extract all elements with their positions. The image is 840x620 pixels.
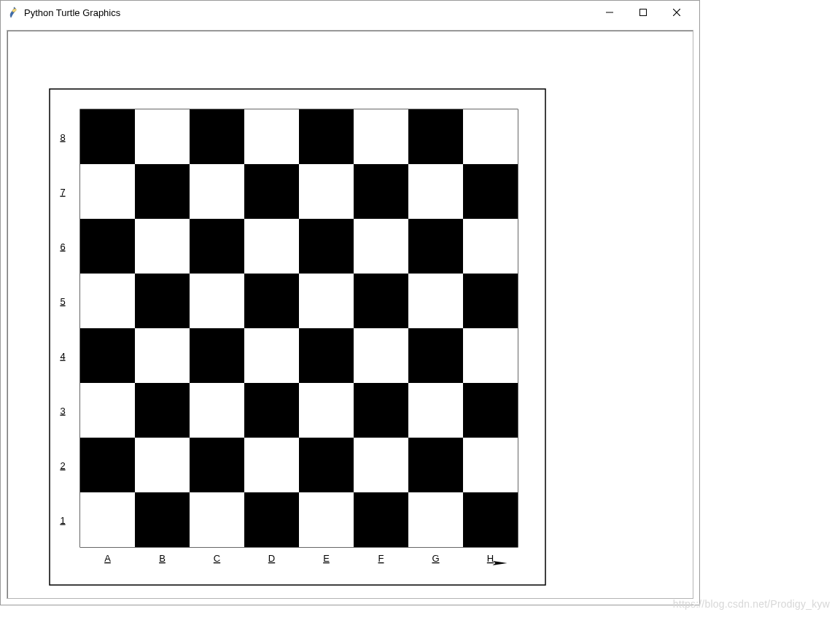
- col-label: E: [323, 553, 330, 564]
- maximize-button[interactable]: [626, 1, 660, 23]
- col-label: A: [104, 553, 111, 564]
- board-square: [463, 492, 518, 547]
- board-square: [244, 164, 299, 219]
- board-square: [408, 164, 463, 219]
- row-label: 5: [60, 296, 65, 307]
- board-square: [244, 109, 299, 164]
- board-square: [299, 492, 354, 547]
- minimize-button[interactable]: [593, 1, 626, 23]
- board-square: [354, 438, 408, 492]
- turtle-canvas: 87654321ABCDEFGH: [7, 31, 693, 598]
- board-square: [463, 438, 518, 492]
- board-square: [135, 164, 190, 219]
- board-square: [135, 438, 190, 492]
- board-square: [299, 109, 354, 164]
- board-square: [463, 274, 518, 328]
- board-square: [135, 492, 190, 547]
- board-square: [463, 109, 518, 164]
- col-label: C: [214, 553, 220, 564]
- board-square: [354, 274, 408, 328]
- board-square: [354, 219, 408, 274]
- board-square: [463, 164, 518, 219]
- col-label: F: [378, 553, 384, 564]
- board-square: [299, 219, 354, 274]
- board-square: [354, 164, 408, 219]
- board-square: [299, 164, 354, 219]
- board-square: [80, 492, 135, 547]
- chessboard-drawing: 87654321ABCDEFGH: [7, 31, 693, 600]
- board-square: [354, 109, 408, 164]
- board-square: [408, 219, 463, 274]
- app-icon: [7, 7, 18, 18]
- board-square: [80, 109, 135, 164]
- board-square: [135, 109, 190, 164]
- row-label: 3: [60, 406, 65, 416]
- board-square: [135, 383, 190, 438]
- board-square: [190, 492, 244, 547]
- board-square: [80, 328, 135, 383]
- board-square: [299, 383, 354, 438]
- board-square: [299, 328, 354, 383]
- close-button[interactable]: [660, 1, 693, 23]
- board-square: [463, 328, 518, 383]
- board-square: [80, 219, 135, 274]
- row-label: 7: [60, 187, 65, 198]
- app-window: Python Turtle Graphics 87654321ABCDEFGH: [0, 0, 700, 605]
- col-label: D: [268, 553, 275, 564]
- board-square: [463, 219, 518, 274]
- board-square: [135, 328, 190, 383]
- board-square: [408, 328, 463, 383]
- board-square: [80, 383, 135, 438]
- svg-rect-2: [640, 9, 647, 16]
- board-square: [244, 383, 299, 438]
- board-square: [135, 274, 190, 328]
- board-square: [408, 383, 463, 438]
- board-square: [408, 109, 463, 164]
- row-label: 4: [60, 351, 65, 362]
- canvas-frame: 87654321ABCDEFGH: [7, 30, 693, 599]
- board-square: [80, 164, 135, 219]
- board-square: [190, 328, 244, 383]
- board-square: [190, 164, 244, 219]
- board-square: [244, 328, 299, 383]
- board-square: [190, 109, 244, 164]
- board-square: [135, 219, 190, 274]
- row-label: 2: [60, 460, 65, 471]
- board-square: [244, 438, 299, 492]
- window-controls: [593, 1, 693, 23]
- board-square: [80, 438, 135, 492]
- col-label: H: [487, 553, 494, 564]
- board-square: [244, 492, 299, 547]
- board-square: [299, 274, 354, 328]
- turtle-cursor-icon: [493, 561, 508, 565]
- board-square: [190, 383, 244, 438]
- board-square: [190, 274, 244, 328]
- board-square: [408, 438, 463, 492]
- board-square: [354, 492, 408, 547]
- board-square: [80, 274, 135, 328]
- board-square: [190, 438, 244, 492]
- board-square: [244, 274, 299, 328]
- board-square: [354, 328, 408, 383]
- row-label: 6: [60, 241, 65, 252]
- board-square: [299, 438, 354, 492]
- row-label: 8: [60, 132, 65, 143]
- col-label: G: [432, 553, 439, 564]
- window-title: Python Turtle Graphics: [24, 7, 120, 18]
- col-label: B: [159, 553, 166, 564]
- board-square: [463, 383, 518, 438]
- board-square: [408, 274, 463, 328]
- row-label: 1: [60, 515, 65, 526]
- board-square: [354, 383, 408, 438]
- board-square: [408, 492, 463, 547]
- board-square: [244, 219, 299, 274]
- board-square: [190, 219, 244, 274]
- title-bar[interactable]: Python Turtle Graphics: [1, 1, 699, 24]
